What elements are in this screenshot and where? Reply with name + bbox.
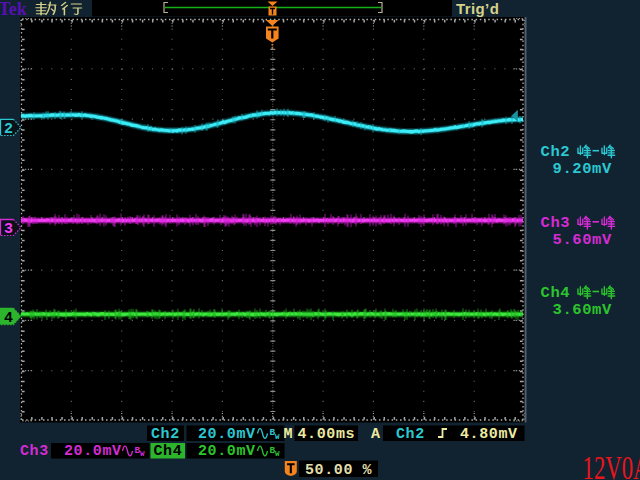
- svg-text:Tek: Tek: [0, 0, 27, 19]
- svg-text:Ch2: Ch2: [541, 143, 571, 161]
- svg-text:W: W: [140, 450, 145, 458]
- svg-text:Ch2: Ch2: [151, 426, 180, 443]
- svg-text:12V0A: 12V0A: [583, 448, 640, 480]
- svg-text:50.00 %: 50.00 %: [305, 462, 373, 479]
- svg-text:9.20mV: 9.20mV: [553, 160, 613, 178]
- svg-text:Ch3: Ch3: [541, 214, 571, 232]
- svg-text:20.0mV: 20.0mV: [198, 426, 256, 443]
- svg-text:4.00ms: 4.00ms: [298, 426, 356, 443]
- svg-text:3: 3: [4, 221, 13, 238]
- svg-text:Ch4: Ch4: [154, 443, 183, 460]
- svg-text:M: M: [284, 426, 294, 443]
- svg-text:Ch4: Ch4: [541, 284, 571, 302]
- svg-text:20.0mV: 20.0mV: [64, 443, 122, 460]
- svg-text:Trig’d: Trig’d: [456, 0, 499, 17]
- svg-text:3.60mV: 3.60mV: [553, 301, 613, 319]
- svg-text:2: 2: [4, 121, 13, 138]
- svg-text:5.60mV: 5.60mV: [553, 231, 613, 249]
- svg-text:A: A: [371, 426, 381, 443]
- svg-text:20.0mV: 20.0mV: [198, 443, 256, 460]
- svg-text:Ch2: Ch2: [396, 426, 425, 443]
- svg-text:4.80mV: 4.80mV: [460, 426, 518, 443]
- svg-text:4: 4: [4, 310, 13, 327]
- svg-text:W: W: [275, 433, 280, 441]
- svg-text:W: W: [275, 450, 280, 458]
- svg-text:Ch3: Ch3: [20, 443, 49, 460]
